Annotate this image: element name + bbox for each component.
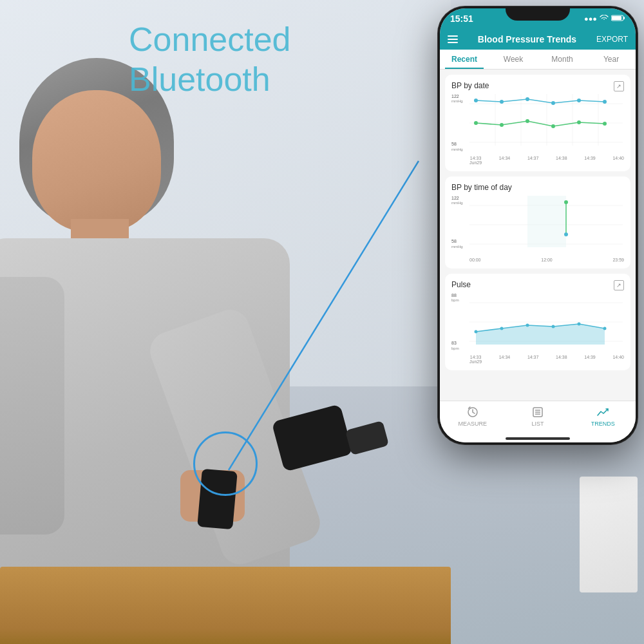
bp-time-chart-area: 122 mmHg 58 mmHg	[451, 196, 624, 262]
svg-marker-33	[476, 324, 605, 345]
app-header: Blood Pressure Trends EXPORT	[440, 29, 636, 50]
headline-line2: Bluetooth	[129, 59, 291, 99]
hamburger-line-3	[448, 42, 458, 43]
bp-time-chart-svg	[469, 196, 623, 254]
status-icons: ●●●	[584, 14, 625, 23]
pulse-x-labels: 14:33Jun29 14:34 14:37 14:38 14:39 14:40	[469, 355, 624, 364]
tab-year[interactable]: Year	[587, 50, 636, 69]
hamburger-line-1	[448, 35, 458, 37]
svg-point-13	[526, 97, 529, 101]
app-content[interactable]: BP by date 122 mmHg 58 mmHg	[440, 70, 636, 401]
list-label: LIST	[531, 421, 544, 427]
headline-line1: Connected	[129, 19, 291, 59]
list-icon	[531, 405, 545, 419]
svg-point-38	[578, 323, 581, 326]
svg-point-19	[526, 119, 529, 123]
svg-point-12	[500, 100, 504, 104]
pulse-y-min: 83 bpm	[451, 341, 459, 351]
pulse-x-4: 14:39	[584, 355, 596, 364]
phone-circle-indicator	[193, 431, 258, 496]
nav-measure[interactable]: MEASURE	[440, 405, 505, 427]
bp-by-time-card: BP by time of day 122 mmHg 58 mmHg	[445, 176, 630, 269]
nav-list[interactable]: LIST	[505, 405, 570, 427]
svg-rect-2	[623, 17, 625, 19]
pulse-x-3: 14:38	[556, 355, 567, 364]
pulse-expand[interactable]	[614, 280, 624, 290]
pulse-chart-svg	[469, 293, 623, 351]
app-title: Blood Pressure Trends	[478, 34, 576, 44]
pulse-y-max: 88 bpm	[451, 293, 459, 303]
x-time-1: 12:00	[541, 258, 553, 262]
x-label-4: 14:39	[584, 156, 596, 165]
hamburger-line-2	[448, 39, 458, 40]
measure-label: MEASURE	[458, 421, 487, 427]
svg-point-36	[526, 324, 529, 327]
tab-week[interactable]: Week	[489, 50, 538, 69]
bp-date-y-min: 58 mmHg	[451, 142, 463, 152]
wifi-icon	[600, 15, 609, 23]
table	[0, 567, 451, 644]
pulse-title: Pulse	[451, 280, 624, 289]
x-label-3: 14:38	[556, 156, 567, 165]
home-indicator	[440, 435, 636, 442]
phone-device: 15:51 ●●●	[438, 6, 638, 444]
measure-icon	[466, 405, 480, 419]
person-face	[32, 90, 161, 232]
bp-time-y-min: 58 mmHg	[451, 239, 463, 249]
tab-month[interactable]: Month	[538, 50, 587, 69]
bottom-nav: MEASURE LIST	[440, 401, 636, 435]
status-time: 15:51	[450, 14, 473, 24]
pulse-x-1: 14:34	[499, 355, 511, 364]
bp-date-y-max: 122 mmHg	[451, 94, 463, 104]
svg-point-37	[552, 325, 555, 328]
svg-rect-1	[612, 16, 621, 20]
svg-point-17	[474, 121, 478, 125]
bp-date-x-labels: 14:33Jun29 14:34 14:37 14:38 14:39 14:40	[469, 156, 624, 165]
nav-trends[interactable]: TRENDS	[571, 405, 636, 427]
bp-by-date-title: BP by date	[451, 81, 624, 90]
x-label-2: 14:37	[527, 156, 539, 165]
x-time-2: 23:59	[612, 258, 624, 262]
bp-time-x-labels: 00:00 12:00 23:59	[469, 258, 624, 262]
svg-point-11	[474, 99, 478, 102]
tab-recent[interactable]: Recent	[440, 50, 489, 69]
phone-screen: 15:51 ●●●	[440, 8, 636, 442]
pulse-x-2: 14:37	[527, 355, 539, 364]
pulse-card: Pulse 88 bpm 83 bpm	[445, 274, 630, 370]
bp-date-chart-svg	[469, 94, 623, 152]
svg-point-29	[564, 232, 568, 236]
pulse-x-0: 14:33Jun29	[469, 355, 482, 364]
export-button[interactable]: EXPORT	[596, 35, 628, 44]
menu-button[interactable]	[448, 35, 458, 43]
tab-bar: Recent Week Month Year	[440, 50, 636, 70]
svg-point-34	[475, 330, 478, 334]
svg-point-14	[551, 101, 555, 105]
x-label-1: 14:34	[499, 156, 511, 165]
svg-point-39	[603, 327, 607, 330]
x-label-5: 14:40	[612, 156, 624, 165]
svg-point-20	[551, 124, 555, 128]
home-bar	[506, 437, 570, 440]
svg-rect-26	[527, 196, 566, 247]
bp-time-y-max: 122 mmHg	[451, 196, 463, 206]
person-left-arm	[0, 277, 64, 535]
svg-point-22	[603, 122, 607, 126]
table-object	[580, 477, 638, 592]
battery-icon	[611, 14, 625, 23]
trends-label: TRENDS	[591, 421, 615, 427]
signal-icon: ●●●	[584, 15, 597, 23]
headline-text: Connected Bluetooth	[129, 19, 291, 100]
pulse-chart-area: 88 bpm 83 bpm	[451, 293, 624, 364]
svg-point-21	[577, 120, 581, 124]
bp-time-title: BP by time of day	[451, 183, 624, 192]
bp-by-date-card: BP by date 122 mmHg 58 mmHg	[445, 75, 630, 171]
pulse-x-5: 14:40	[612, 355, 624, 364]
bp-by-date-expand[interactable]	[614, 81, 624, 91]
svg-point-16	[603, 100, 607, 104]
trends-icon	[596, 405, 610, 419]
x-label-0: 14:33Jun29	[469, 156, 482, 165]
phone-notch	[506, 6, 570, 21]
svg-point-18	[500, 123, 504, 127]
svg-point-28	[564, 200, 568, 204]
x-time-0: 00:00	[469, 258, 481, 262]
